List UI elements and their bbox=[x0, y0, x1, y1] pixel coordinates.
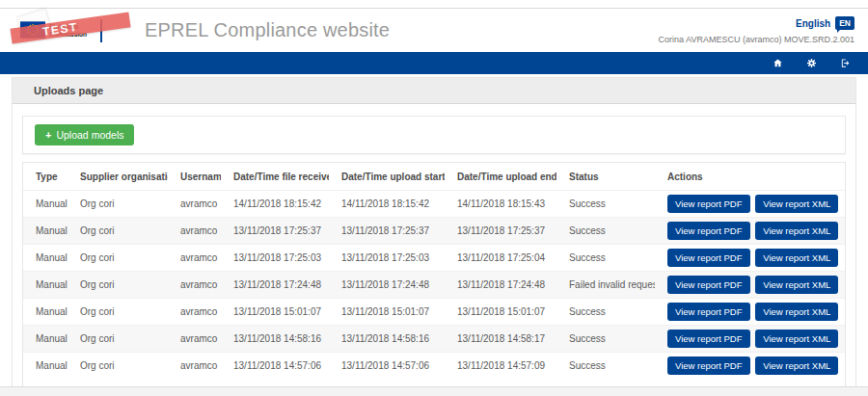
cell-file-received: 13/11/2018 14:57:06 bbox=[221, 353, 329, 380]
table-row: Manual Org cori avramco 13/11/2018 17:25… bbox=[23, 245, 845, 272]
cell-supplier-organisation: Org cori bbox=[68, 353, 168, 380]
view-report-pdf-button[interactable]: View report PDF bbox=[667, 330, 750, 348]
footer-bar bbox=[0, 386, 868, 396]
view-report-xml-button[interactable]: View report XML bbox=[755, 330, 838, 348]
cell-upload-started: 13/11/2018 14:57:06 bbox=[329, 353, 445, 380]
cell-actions: View report PDF View report XML bbox=[655, 218, 845, 245]
upload-models-button[interactable]: + Upload models bbox=[35, 124, 134, 145]
view-report-xml-button[interactable]: View report XML bbox=[755, 195, 838, 213]
cell-supplier-organisation: Org cori bbox=[68, 272, 168, 299]
cell-upload-started: 13/11/2018 17:24:48 bbox=[329, 272, 445, 299]
plus-icon: + bbox=[45, 130, 51, 141]
cell-file-received: 13/11/2018 15:01:07 bbox=[221, 299, 329, 326]
view-report-pdf-button[interactable]: View report PDF bbox=[667, 195, 750, 213]
cell-upload-ended: 13/11/2018 15:01:07 bbox=[445, 299, 556, 326]
cell-type: Manual bbox=[23, 326, 68, 353]
home-button[interactable] bbox=[773, 58, 783, 68]
cell-file-received: 13/11/2018 17:24:48 bbox=[221, 272, 329, 299]
cell-supplier-organisation: Org cori bbox=[68, 245, 168, 272]
table-body: Manual Org cori avramco 14/11/2018 18:15… bbox=[23, 191, 845, 380]
cell-type: Manual bbox=[23, 353, 68, 380]
cell-upload-ended: 14/11/2018 18:15:43 bbox=[445, 191, 556, 218]
view-report-pdf-button[interactable]: View report PDF bbox=[667, 356, 750, 375]
cell-status: Success bbox=[556, 245, 655, 272]
cell-upload-ended: 13/11/2018 17:25:04 bbox=[445, 245, 556, 272]
view-report-pdf-button[interactable]: View report PDF bbox=[667, 303, 750, 321]
cell-upload-ended: 13/11/2018 17:25:37 bbox=[445, 218, 556, 245]
cell-type: Manual bbox=[23, 191, 68, 218]
cell-status: Success bbox=[556, 191, 655, 218]
view-report-xml-button[interactable]: View report XML bbox=[755, 356, 838, 375]
cell-upload-started: 13/11/2018 17:25:37 bbox=[329, 218, 445, 245]
language-link[interactable]: English bbox=[796, 18, 830, 29]
main-navbar bbox=[0, 52, 868, 74]
cell-actions: View report PDF View report XML bbox=[655, 245, 845, 272]
cell-username: avramco bbox=[168, 245, 221, 272]
view-report-xml-button[interactable]: View report XML bbox=[755, 303, 838, 321]
cell-status: Failed invalid request bbox=[556, 272, 655, 299]
cell-upload-started: 14/11/2018 18:15:42 bbox=[329, 191, 445, 218]
column-header-upload-started: Date/Time upload started bbox=[329, 163, 445, 191]
cell-file-received: 13/11/2018 17:25:37 bbox=[221, 218, 329, 245]
view-report-pdf-button[interactable]: View report PDF bbox=[667, 249, 750, 267]
column-header-upload-ended: Date/Time upload ended bbox=[445, 163, 556, 191]
cell-actions: View report PDF View report XML bbox=[655, 299, 845, 326]
cell-upload-started: 13/11/2018 14:58:16 bbox=[329, 326, 445, 353]
column-header-file-received: Date/Time file received bbox=[221, 163, 329, 191]
upload-card: + Upload models bbox=[22, 116, 846, 154]
language-badge[interactable]: EN bbox=[835, 16, 854, 30]
cell-supplier-organisation: Org cori bbox=[68, 191, 168, 218]
site-header: European Commission TEST EPREL Complianc… bbox=[0, 9, 868, 52]
cell-username: avramco bbox=[168, 218, 221, 245]
upload-models-label: Upload models bbox=[56, 129, 123, 141]
home-icon bbox=[773, 58, 783, 68]
settings-button[interactable] bbox=[806, 58, 817, 68]
cell-status: Success bbox=[556, 326, 655, 353]
gear-icon bbox=[806, 58, 817, 68]
view-report-xml-button[interactable]: View report XML bbox=[755, 222, 838, 240]
table-row: Manual Org cori avramco 13/11/2018 17:25… bbox=[23, 218, 845, 245]
cell-status: Success bbox=[556, 299, 655, 326]
column-header-supplier-organisation: Supplier organisation bbox=[68, 163, 168, 191]
logout-button[interactable] bbox=[840, 58, 851, 68]
user-info: Corina AVRAMESCU (avramco) MOVE.SRD.2.00… bbox=[659, 35, 854, 44]
cell-supplier-organisation: Org cori bbox=[68, 218, 168, 245]
table-row: Manual Org cori avramco 13/11/2018 14:57… bbox=[23, 353, 845, 380]
cell-type: Manual bbox=[23, 245, 68, 272]
ec-logo[interactable]: European Commission TEST bbox=[17, 12, 127, 50]
view-report-xml-button[interactable]: View report XML bbox=[755, 249, 838, 267]
cell-upload-ended: 13/11/2018 17:24:48 bbox=[445, 272, 556, 299]
cell-username: avramco bbox=[168, 299, 221, 326]
cell-type: Manual bbox=[23, 299, 68, 326]
table-row: Manual Org cori avramco 13/11/2018 17:24… bbox=[23, 272, 845, 299]
cell-actions: View report PDF View report XML bbox=[655, 353, 845, 380]
view-report-pdf-button[interactable]: View report PDF bbox=[667, 222, 750, 240]
cell-supplier-organisation: Org cori bbox=[68, 326, 168, 353]
cell-file-received: 13/11/2018 17:25:03 bbox=[221, 245, 329, 272]
cell-actions: View report PDF View report XML bbox=[655, 272, 845, 299]
cell-status: Success bbox=[556, 353, 655, 380]
uploads-table: Type Supplier organisation Username Date… bbox=[23, 163, 845, 379]
table-row: Manual Org cori avramco 13/11/2018 14:58… bbox=[23, 326, 845, 353]
content-panel: Uploads page + Upload models Type Suppli… bbox=[12, 77, 856, 396]
column-header-status: Status bbox=[556, 163, 655, 191]
cell-status: Success bbox=[556, 218, 655, 245]
sign-out-icon bbox=[840, 58, 851, 68]
top-hairline-bar bbox=[0, 0, 868, 9]
cell-type: Manual bbox=[23, 218, 68, 245]
page-title: EPREL Compliance website bbox=[145, 19, 390, 41]
cell-supplier-organisation: Org cori bbox=[68, 299, 168, 326]
cell-username: avramco bbox=[168, 191, 221, 218]
view-report-xml-button[interactable]: View report XML bbox=[755, 276, 838, 294]
column-header-actions: Actions bbox=[655, 163, 845, 191]
table-header-row: Type Supplier organisation Username Date… bbox=[23, 163, 845, 191]
cell-upload-started: 13/11/2018 17:25:03 bbox=[329, 245, 445, 272]
cell-upload-ended: 13/11/2018 14:58:17 bbox=[445, 326, 556, 353]
cell-upload-ended: 13/11/2018 14:57:09 bbox=[445, 353, 556, 380]
cell-actions: View report PDF View report XML bbox=[655, 191, 845, 218]
cell-type: Manual bbox=[23, 272, 68, 299]
uploads-table-card: Type Supplier organisation Username Date… bbox=[22, 162, 846, 393]
view-report-pdf-button[interactable]: View report PDF bbox=[667, 276, 750, 294]
uploads-page-heading: Uploads page bbox=[13, 78, 855, 104]
cell-actions: View report PDF View report XML bbox=[655, 326, 845, 353]
